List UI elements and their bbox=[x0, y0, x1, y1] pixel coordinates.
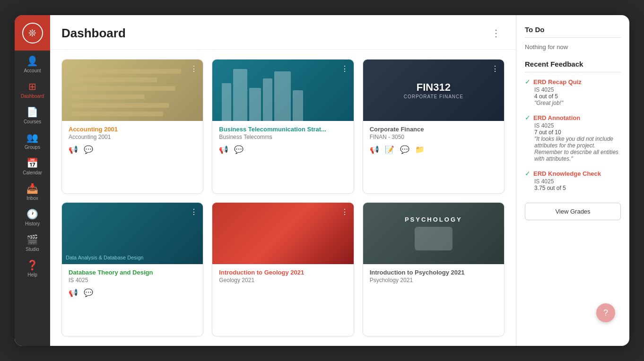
page-title: Dashboard bbox=[61, 26, 487, 41]
sidebar-label-history: History bbox=[25, 221, 40, 226]
card-subtitle-psychology: Psychology 2021 bbox=[370, 277, 497, 284]
view-grades-button[interactable]: View Grades bbox=[525, 203, 621, 220]
sidebar-label-groups: Groups bbox=[25, 145, 40, 150]
todo-divider bbox=[525, 37, 621, 38]
feedback-score-1: 4 out of 5 bbox=[534, 93, 621, 100]
sidebar-item-help[interactable]: ❓ Help bbox=[15, 255, 50, 280]
feedback-course-3: IS 4025 bbox=[534, 178, 621, 185]
discuss-icon-database[interactable]: 💬 bbox=[84, 288, 93, 297]
feedback-quiz-1[interactable]: ERD Recap Quiz bbox=[533, 78, 582, 86]
help-fab-button[interactable]: ? bbox=[596, 303, 615, 322]
feedback-header-2: ✓ ERD Annotation bbox=[525, 114, 621, 121]
header-menu-button[interactable]: ⋮ bbox=[487, 26, 505, 41]
sidebar-item-account[interactable]: 👤 Account bbox=[15, 51, 50, 76]
card-image-geology: ⋮ bbox=[212, 203, 353, 264]
sidebar-label-account: Account bbox=[24, 68, 41, 73]
card-title-psychology: Introduction to Psychology 2021 bbox=[370, 269, 497, 276]
card-body-database: Database Theory and Design IS 4025 📢 💬 bbox=[62, 264, 203, 303]
feedback-comment-2: "It looks like you did not include attri… bbox=[534, 136, 621, 162]
main-header: Dashboard ⋮ bbox=[50, 15, 516, 50]
feedback-comment-1: "Great job!" bbox=[534, 100, 621, 106]
right-panel: To Do Nothing for now Recent Feedback ✓ … bbox=[516, 15, 629, 346]
announce-icon-telecomm[interactable]: 📢 bbox=[219, 145, 228, 154]
card-dots-finance[interactable]: ⋮ bbox=[491, 64, 499, 73]
accounting-image-decoration bbox=[62, 60, 203, 121]
card-body-telecomm: Business Telecommunication Strat... Busi… bbox=[212, 121, 353, 160]
sidebar-item-studio[interactable]: 🎬 Studio bbox=[15, 229, 50, 255]
sidebar-label-courses: Courses bbox=[24, 119, 41, 124]
feedback-score-3: 3.75 out of 5 bbox=[534, 185, 621, 191]
card-image-finance: FIN312 CORPORATE FINANCE ⋮ bbox=[363, 60, 504, 121]
feedback-title: Recent Feedback bbox=[525, 60, 621, 68]
logo-icon: ❊ bbox=[22, 23, 43, 43]
course-card-finance: FIN312 CORPORATE FINANCE ⋮ Corporate Fin… bbox=[363, 59, 505, 194]
feedback-course-1: IS 4025 bbox=[534, 86, 621, 93]
card-dots-accounting[interactable]: ⋮ bbox=[190, 64, 198, 73]
dashboard-icon: ⊞ bbox=[28, 81, 36, 92]
feedback-quiz-3[interactable]: ERD Knowledge Check bbox=[533, 170, 601, 177]
card-body-psychology: Introduction to Psychology 2021 Psycholo… bbox=[363, 264, 504, 294]
card-image-psychology: PSYCHOLOGY bbox=[363, 203, 504, 264]
announce-icon-finance[interactable]: 📢 bbox=[370, 145, 379, 154]
discuss-icon-finance[interactable]: 💬 bbox=[400, 145, 409, 154]
card-title-geology: Introduction to Geology 2021 bbox=[219, 269, 347, 276]
feedback-item-2: ✓ ERD Annotation IS 4025 7 out of 10 "It… bbox=[525, 114, 621, 162]
help-icon: ❓ bbox=[26, 259, 38, 271]
sidebar-item-courses[interactable]: 📄 Courses bbox=[15, 102, 50, 127]
card-dots-telecomm[interactable]: ⋮ bbox=[341, 64, 349, 73]
card-subtitle-accounting: Accounting 2001 bbox=[69, 134, 196, 140]
feedback-course-2: IS 4025 bbox=[534, 122, 621, 129]
card-subtitle-finance: FINAN - 3050 bbox=[370, 134, 497, 140]
announce-icon-database[interactable]: 📢 bbox=[69, 288, 78, 297]
feedback-item-3: ✓ ERD Knowledge Check IS 4025 3.75 out o… bbox=[525, 170, 621, 191]
sidebar-item-inbox[interactable]: 📥 Inbox bbox=[15, 178, 50, 204]
card-body-finance: Corporate Finance FINAN - 3050 📢 📝 💬 📁 bbox=[363, 121, 504, 160]
feedback-score-2: 7 out of 10 bbox=[534, 129, 621, 136]
card-subtitle-telecomm: Business Telecomms bbox=[219, 134, 347, 140]
main-content: Dashboard ⋮ ⋮ bbox=[50, 15, 516, 346]
app-container: ❊ 👤 Account ⊞ Dashboard 📄 Courses 👥 Gro bbox=[15, 15, 629, 346]
feedback-item-1: ✓ ERD Recap Quiz IS 4025 4 out of 5 "Gre… bbox=[525, 78, 621, 106]
database-overlay-text: Data Analysis & Database Design bbox=[66, 255, 143, 260]
card-dots-database[interactable]: ⋮ bbox=[190, 207, 198, 216]
card-title-finance: Corporate Finance bbox=[370, 126, 497, 133]
sidebar-label-help: Help bbox=[27, 272, 37, 277]
card-body-geology: Introduction to Geology 2021 Geology 202… bbox=[212, 264, 353, 294]
course-card-psychology: PSYCHOLOGY Introduction to Psychology 20… bbox=[363, 202, 505, 337]
feedback-header-1: ✓ ERD Recap Quiz bbox=[525, 78, 621, 86]
calendar-icon: 📅 bbox=[26, 157, 38, 169]
todo-empty-text: Nothing for now bbox=[525, 43, 621, 51]
assignment-icon-finance[interactable]: 📝 bbox=[385, 145, 394, 154]
card-subtitle-geology: Geology 2021 bbox=[219, 277, 347, 284]
psychology-overlay-text: PSYCHOLOGY bbox=[405, 216, 462, 223]
card-title-telecomm: Business Telecommunication Strat... bbox=[219, 126, 347, 133]
discuss-icon-accounting[interactable]: 💬 bbox=[84, 145, 93, 154]
sidebar: ❊ 👤 Account ⊞ Dashboard 📄 Courses 👥 Gro bbox=[15, 15, 50, 346]
courses-grid: ⋮ Accounting 2001 Accounting 2001 📢 💬 bbox=[50, 50, 516, 346]
course-card-database: Data Analysis & Database Design ⋮ Databa… bbox=[61, 202, 203, 337]
card-image-telecomm: ⋮ bbox=[212, 60, 353, 121]
card-actions-accounting: 📢 💬 bbox=[69, 145, 196, 154]
sidebar-logo[interactable]: ❊ bbox=[15, 15, 50, 51]
sidebar-item-history[interactable]: 🕐 History bbox=[15, 204, 50, 229]
sidebar-label-studio: Studio bbox=[26, 247, 39, 252]
card-dots-geology[interactable]: ⋮ bbox=[341, 207, 349, 216]
sidebar-item-groups[interactable]: 👥 Groups bbox=[15, 127, 50, 153]
announce-icon-accounting[interactable]: 📢 bbox=[69, 145, 78, 154]
course-card-accounting: ⋮ Accounting 2001 Accounting 2001 📢 💬 bbox=[61, 59, 203, 194]
sidebar-item-dashboard[interactable]: ⊞ Dashboard bbox=[15, 76, 50, 102]
groups-icon: 👥 bbox=[26, 132, 38, 143]
sidebar-item-calendar[interactable]: 📅 Calendar bbox=[15, 153, 50, 178]
account-icon: 👤 bbox=[26, 55, 38, 67]
feedback-quiz-2[interactable]: ERD Annotation bbox=[533, 114, 580, 121]
check-icon-3: ✓ bbox=[525, 170, 531, 177]
typewriter-shape bbox=[415, 227, 453, 250]
folder-icon-finance[interactable]: 📁 bbox=[415, 145, 425, 154]
app-wrapper: ❊ 👤 Account ⊞ Dashboard 📄 Courses 👥 Gro bbox=[0, 0, 644, 361]
discuss-icon-telecomm[interactable]: 💬 bbox=[234, 145, 244, 154]
card-actions-finance: 📢 📝 💬 📁 bbox=[370, 145, 497, 154]
studio-icon: 🎬 bbox=[26, 234, 38, 245]
sidebar-label-inbox: Inbox bbox=[26, 196, 38, 201]
courses-icon: 📄 bbox=[26, 106, 38, 118]
todo-title: To Do bbox=[525, 26, 621, 34]
